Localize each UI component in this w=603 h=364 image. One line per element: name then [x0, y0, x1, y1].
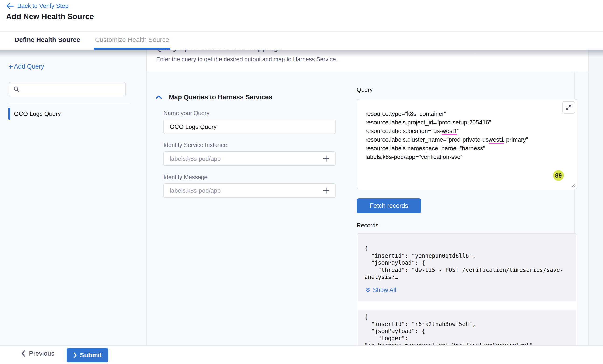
query-line: labels.k8s-pod/app="verification-svc"	[365, 153, 561, 161]
record-line: "thread": "dw-125 - POST /verification/t…	[364, 267, 571, 274]
query-line: resource.labels.namespace_name="harness"	[365, 144, 561, 153]
record-line: analysis?…	[364, 273, 571, 281]
query-line: resource.labels.project_id="prod-setup-2…	[365, 118, 561, 127]
map-queries-heading: Map Queries to Harness Services	[169, 93, 272, 101]
query-name-input[interactable]	[170, 123, 330, 130]
page-title: Add New Health Source	[6, 12, 94, 21]
tab-define-health-source[interactable]: Define Health Source	[13, 32, 81, 50]
add-query-button[interactable]: + Add Query	[8, 63, 44, 70]
expand-icon	[566, 104, 572, 111]
service-instance-field	[163, 151, 336, 166]
character-count-badge: 89	[553, 170, 564, 181]
identify-message-label: Identify Message	[163, 174, 208, 181]
record-line: "insertId": "r6rk2tnah3owf5eh",	[364, 321, 571, 328]
spellcheck-underline: west1	[442, 128, 457, 135]
back-link[interactable]: Back to Verify Step	[6, 2, 69, 10]
records-label: Records	[357, 222, 378, 229]
tab-customize-health-source[interactable]: Customize Health Source	[94, 32, 171, 50]
query-item-label: GCO Logs Query	[14, 110, 61, 117]
identify-message-input[interactable]	[170, 187, 322, 194]
submit-button[interactable]: Submit	[67, 348, 108, 362]
record-block: { "insertId": "yennepun0qtd6ll6", "jsonP…	[358, 234, 576, 301]
submit-label: Submit	[80, 352, 102, 359]
chevron-left-icon	[21, 350, 26, 357]
selected-indicator	[8, 108, 10, 120]
add-query-label: Add Query	[14, 63, 44, 70]
name-query-label: Name your Query	[163, 110, 209, 116]
service-instance-label: Identify Service Instance	[163, 142, 227, 148]
record-line: "logger":	[364, 335, 571, 342]
sidebar-query-item[interactable]: GCO Logs Query	[0, 107, 146, 120]
back-link-label: Back to Verify Step	[17, 2, 69, 10]
chevron-right-icon	[73, 352, 77, 358]
query-line: resource.labels.location="us-west1"	[365, 127, 561, 135]
query-panel: Query 89 resource.type="k8s_contain	[356, 50, 579, 345]
plus-icon	[323, 187, 330, 194]
spellcheck-underline: west1	[489, 136, 504, 144]
record-line: {	[364, 313, 571, 321]
fetch-records-button[interactable]: Fetch records	[357, 198, 421, 213]
record-line: {	[364, 245, 571, 252]
query-search-box	[9, 82, 126, 96]
add-service-instance-button[interactable]	[322, 155, 330, 163]
page-header: Back to Verify Step Add New Health Sourc…	[0, 0, 603, 32]
record-line: "jsonPayload": {	[364, 259, 571, 267]
identify-message-field	[163, 183, 336, 198]
resize-grip-icon	[571, 182, 576, 188]
query-list: GCO Logs Query	[0, 107, 146, 120]
right-gutter	[588, 50, 603, 345]
previous-button[interactable]: Previous	[21, 350, 54, 357]
query-line: resource.type="k8s_container"	[365, 110, 561, 118]
query-textarea[interactable]: 89 resource.type="k8s_container"resource…	[357, 99, 577, 189]
plus-icon	[323, 155, 330, 162]
record-line: "insertId": "yennepun0qtd6ll6",	[364, 252, 571, 260]
service-instance-input[interactable]	[170, 155, 322, 162]
back-arrow-icon	[6, 2, 14, 10]
add-health-source-page: Query Specifications and Mappings Enter …	[0, 0, 603, 364]
search-input[interactable]	[23, 86, 121, 93]
sidebar-list-divider	[8, 103, 130, 103]
double-chevron-down-icon	[365, 287, 371, 293]
tab-bar: Define Health SourceCustomize Health Sou…	[0, 32, 603, 50]
resize-handle[interactable]	[571, 182, 576, 188]
records-box: { "insertId": "yennepun0qtd6ll6", "jsonP…	[357, 233, 577, 364]
query-name-field	[163, 120, 336, 134]
mapping-form: Map Queries to Harness Services Name you…	[146, 50, 359, 345]
previous-label: Previous	[29, 350, 54, 357]
search-icon	[13, 86, 20, 92]
record-line: "jsonPayload": {	[364, 328, 571, 335]
add-message-button[interactable]	[322, 187, 330, 194]
plus-icon: +	[8, 63, 13, 70]
expand-query-button[interactable]	[562, 101, 575, 114]
query-line: resource.labels.cluster_name="prod-priva…	[365, 135, 561, 144]
show-all-link[interactable]: Show All	[365, 286, 571, 294]
query-label: Query	[357, 86, 373, 93]
query-sidebar: + Add Query GCO Logs Query	[0, 50, 146, 345]
collapse-chevron-up-icon[interactable]	[155, 95, 162, 100]
footer-bar: Previous Submit	[0, 345, 603, 364]
